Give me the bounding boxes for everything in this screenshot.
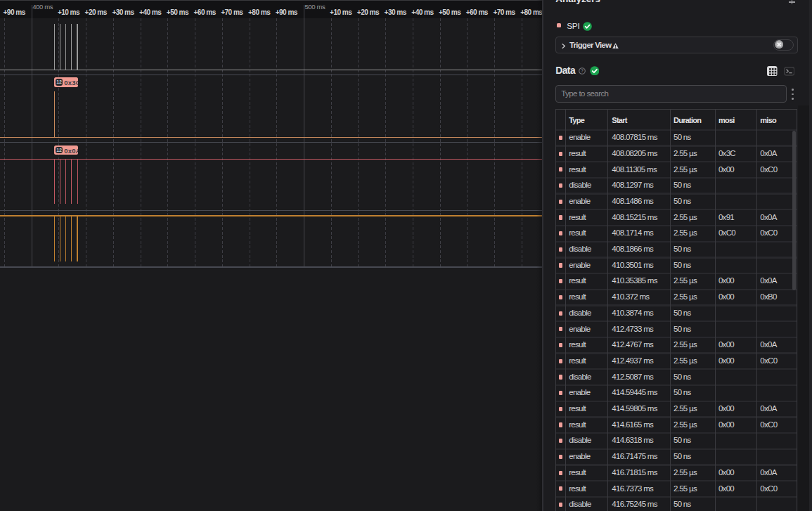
svg-text:?: ? — [581, 68, 584, 73]
